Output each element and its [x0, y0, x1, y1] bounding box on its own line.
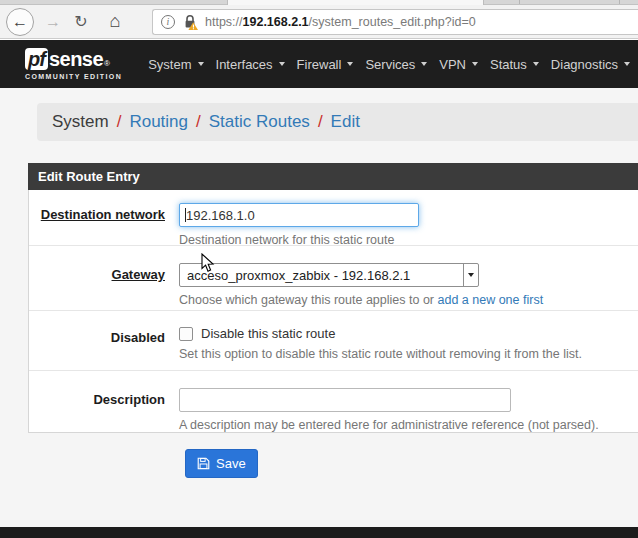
url-bar[interactable]: i https://192.168.2.1/system_routes_edit…: [152, 9, 638, 35]
breadcrumb: System / Routing / Static Routes / Edit: [37, 103, 638, 141]
add-gateway-link[interactable]: add a new one first: [437, 293, 543, 307]
lock-icon: [182, 14, 198, 30]
breadcrumb-separator: /: [117, 112, 122, 132]
disable-route-checkbox[interactable]: [179, 327, 193, 341]
chevron-down-icon: [347, 62, 353, 66]
pfsense-navbar: pfsense® COMMUNITY EDITION System Interf…: [0, 40, 638, 88]
save-button-label: Save: [216, 456, 246, 471]
home-button[interactable]: ⌂: [103, 11, 127, 32]
lock-warning-icon[interactable]: [182, 14, 198, 30]
logo-pf: pf: [25, 48, 48, 70]
chevron-down-icon: [198, 62, 204, 66]
breadcrumb-static-routes-link[interactable]: Static Routes: [209, 112, 310, 132]
save-button[interactable]: Save: [185, 449, 258, 478]
logo-edition: COMMUNITY EDITION: [25, 73, 122, 80]
breadcrumb-system: System: [52, 112, 109, 132]
description-input[interactable]: [179, 388, 511, 412]
destination-network-help: Destination network for this static rout…: [179, 233, 638, 247]
tab-separator: [519, 0, 520, 4]
menu-item-system[interactable]: System: [142, 57, 209, 72]
home-icon: ⌂: [110, 11, 121, 31]
destination-network-label: Destination network: [29, 203, 179, 245]
disabled-label: Disabled: [29, 326, 179, 370]
gateway-row: Gateway acceso_proxmox_zabbix - 192.168.…: [29, 245, 638, 310]
select-arrow-box: [463, 264, 478, 286]
gateway-selected-value: acceso_proxmox_zabbix - 192.168.2.1: [180, 268, 463, 283]
destination-network-row: Destination network Destination network …: [29, 190, 638, 245]
breadcrumb-separator: /: [196, 112, 201, 132]
logo-sense: sense: [49, 48, 103, 71]
text-caret: [185, 208, 186, 222]
breadcrumb-edit-link[interactable]: Edit: [331, 112, 360, 132]
gateway-help: Choose which gateway this route applies …: [179, 293, 638, 307]
edit-route-entry-panel: Edit Route Entry Destination network Des…: [28, 163, 638, 433]
menu-item-vpn[interactable]: VPN: [433, 57, 484, 72]
main-menu: System Interfaces Firewall Services VPN …: [142, 57, 636, 72]
disabled-row: Disabled Disable this static route Set t…: [29, 310, 638, 370]
menu-item-interfaces[interactable]: Interfaces: [210, 57, 291, 72]
destination-network-input[interactable]: [179, 203, 419, 227]
url-host: 192.168.2.1: [243, 15, 309, 29]
pfsense-logo[interactable]: pfsense® COMMUNITY EDITION: [25, 48, 122, 80]
refresh-button[interactable]: ↻: [69, 12, 93, 31]
url-path: /system_routes_edit.php?id=0: [309, 15, 476, 29]
chevron-down-icon: [624, 62, 630, 66]
tab-separator: [619, 0, 620, 4]
back-button[interactable]: ←: [6, 8, 34, 36]
gateway-select[interactable]: acceso_proxmox_zabbix - 192.168.2.1: [179, 263, 479, 287]
chevron-down-icon: [421, 62, 427, 66]
breadcrumb-separator: /: [318, 112, 323, 132]
page-info-icon[interactable]: i: [161, 15, 175, 29]
chevron-down-icon: [279, 62, 285, 66]
select-dropdown-icon: [468, 273, 474, 277]
disabled-help: Set this option to disable this static r…: [179, 347, 638, 361]
disable-route-checkbox-label: Disable this static route: [201, 326, 335, 341]
back-icon: ←: [12, 13, 28, 31]
chevron-down-icon: [472, 62, 478, 66]
panel-title: Edit Route Entry: [28, 163, 638, 190]
description-label: Description: [29, 388, 179, 432]
description-help: A description may be entered here for ad…: [179, 418, 638, 432]
description-row: Description A description may be entered…: [29, 370, 638, 432]
refresh-icon: ↻: [74, 13, 87, 30]
menu-item-services[interactable]: Services: [359, 57, 433, 72]
menu-item-firewall[interactable]: Firewall: [291, 57, 360, 72]
panel-body: Destination network Destination network …: [28, 190, 638, 433]
forward-icon: →: [45, 13, 61, 30]
logo-reg-mark: ®: [104, 59, 110, 68]
breadcrumb-routing-link[interactable]: Routing: [129, 112, 188, 132]
mouse-cursor: [201, 253, 215, 273]
chevron-down-icon: [533, 62, 539, 66]
save-floppy-icon: [197, 457, 210, 470]
url-text: https://192.168.2.1/system_routes_edit.p…: [205, 15, 476, 29]
menu-item-status[interactable]: Status: [484, 57, 545, 72]
gateway-label: Gateway: [29, 263, 179, 310]
forward-button[interactable]: →: [41, 13, 65, 31]
menu-item-diagnostics[interactable]: Diagnostics: [545, 57, 636, 72]
footer-bar: [0, 527, 638, 538]
